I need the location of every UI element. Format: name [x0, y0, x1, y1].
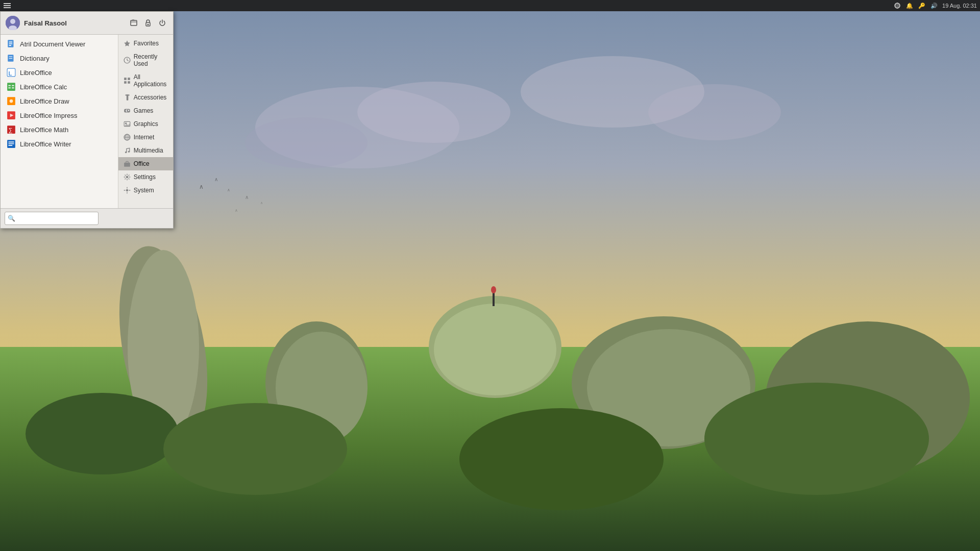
category-item-internet[interactable]: Internet: [118, 131, 173, 144]
app-label: LibreOffice Calc: [20, 83, 67, 91]
category-item-multimedia[interactable]: Multimedia: [118, 144, 173, 157]
svg-text:∧: ∧: [245, 194, 249, 200]
volume-icon[interactable]: 🔊: [930, 2, 938, 10]
svg-text:∧: ∧: [227, 188, 230, 192]
taskbar-app-icon[interactable]: [3, 2, 11, 10]
app-item[interactable]: ∑ LibreOffice Math: [1, 122, 118, 137]
svg-rect-51: [12, 85, 14, 86]
app-icon: [7, 96, 16, 106]
svg-rect-29: [4, 5, 11, 6]
svg-marker-64: [124, 40, 130, 46]
notification-icon[interactable]: 🔔: [905, 2, 914, 10]
svg-text:∧: ∧: [199, 183, 204, 190]
app-icon: [7, 139, 16, 148]
category-item-office[interactable]: Office: [118, 157, 173, 170]
category-item-recently-used[interactable]: Recently Used: [118, 50, 173, 70]
svg-rect-46: [9, 58, 13, 59]
svg-rect-52: [8, 87, 11, 88]
svg-point-3: [245, 117, 368, 168]
category-item-games[interactable]: Games: [118, 104, 173, 117]
app-item[interactable]: LibreOffice Draw: [1, 94, 118, 108]
search-bar: 🔍: [1, 208, 173, 228]
category-label: Internet: [134, 134, 155, 141]
svg-text:∧: ∧: [235, 208, 238, 213]
app-label: Atril Document Viewer: [20, 40, 85, 48]
svg-rect-30: [4, 7, 11, 8]
category-item-settings[interactable]: Settings: [118, 170, 173, 184]
app-label: Dictionary: [20, 55, 50, 62]
taskbar-right: 🔔 🔑 🔊 19 Aug. 02:31: [893, 2, 977, 10]
lock-button[interactable]: [142, 17, 154, 29]
svg-point-5: [648, 84, 781, 140]
svg-point-39: [148, 24, 149, 26]
taskbar: 🔔 🔑 🔊 19 Aug. 02:31: [0, 0, 980, 11]
svg-text:∧: ∧: [214, 177, 218, 182]
svg-rect-28: [4, 3, 11, 4]
category-item-system[interactable]: System: [118, 184, 173, 197]
app-item[interactable]: LibreOffice Writer: [1, 137, 118, 151]
category-item-accessories[interactable]: Accessories: [118, 91, 173, 104]
categories-panel: Favorites Recently Used All Applications…: [118, 35, 173, 208]
svg-rect-63: [8, 145, 12, 146]
svg-point-18: [26, 393, 179, 474]
app-icon: [7, 39, 16, 48]
power-button[interactable]: [157, 17, 168, 29]
app-label: LibreOffice Draw: [20, 97, 69, 105]
category-icon: [124, 147, 131, 154]
apps-panel: Atril Document Viewer Dictionary L Libre…: [1, 35, 118, 208]
app-menu: Faisal Rasool: [0, 11, 174, 229]
app-item[interactable]: Dictionary: [1, 51, 118, 65]
svg-rect-45: [9, 57, 13, 57]
category-item-graphics[interactable]: Graphics: [118, 117, 173, 131]
category-icon: [124, 134, 131, 141]
category-label: Recently Used: [134, 53, 168, 67]
search-input[interactable]: [5, 212, 99, 225]
svg-rect-69: [128, 78, 130, 80]
taskbar-left: [3, 2, 11, 10]
category-icon: [124, 107, 131, 114]
app-label: LibreOffice Math: [20, 126, 68, 134]
svg-rect-87: [124, 163, 130, 167]
app-item[interactable]: Atril Document Viewer: [1, 37, 118, 51]
app-item[interactable]: LibreOffice Calc: [1, 80, 118, 94]
svg-point-77: [128, 110, 129, 111]
category-item-favorites[interactable]: Favorites: [118, 37, 173, 50]
svg-rect-43: [9, 45, 12, 46]
user-avatar: [6, 16, 20, 30]
svg-point-35: [10, 19, 15, 24]
keyring-icon[interactable]: 🔑: [918, 2, 926, 10]
svg-rect-61: [8, 142, 14, 143]
svg-rect-53: [12, 87, 14, 88]
category-icon: [124, 187, 131, 194]
svg-point-20: [459, 408, 664, 510]
svg-point-55: [10, 99, 13, 103]
svg-point-89: [126, 189, 128, 192]
svg-marker-80: [124, 123, 130, 127]
svg-point-21: [704, 383, 929, 495]
svg-rect-37: [131, 20, 137, 26]
app-item[interactable]: LibreOffice Impress: [1, 108, 118, 122]
search-wrapper: 🔍: [5, 212, 169, 225]
app-label: LibreOffice: [20, 69, 52, 77]
svg-point-86: [128, 151, 130, 153]
svg-point-88: [126, 176, 128, 179]
category-icon: [124, 173, 131, 181]
svg-rect-70: [124, 81, 127, 84]
category-icon: [124, 120, 131, 128]
files-button[interactable]: [128, 17, 139, 29]
svg-text:∑: ∑: [8, 127, 12, 134]
category-label: Graphics: [134, 120, 158, 128]
app-item[interactable]: L LibreOffice: [1, 65, 118, 80]
svg-point-19: [163, 403, 347, 495]
svg-rect-71: [128, 81, 130, 84]
network-icon[interactable]: [893, 2, 901, 10]
category-label: All Applications: [134, 73, 168, 88]
svg-text:L: L: [8, 70, 12, 77]
menu-header: Faisal Rasool: [1, 12, 173, 35]
category-icon: [124, 40, 131, 47]
svg-rect-50: [8, 85, 11, 86]
header-buttons: [128, 17, 168, 29]
svg-point-2: [357, 82, 510, 143]
datetime-display: 19 Aug. 02:31: [942, 3, 977, 9]
category-item-all-applications[interactable]: All Applications: [118, 70, 173, 91]
